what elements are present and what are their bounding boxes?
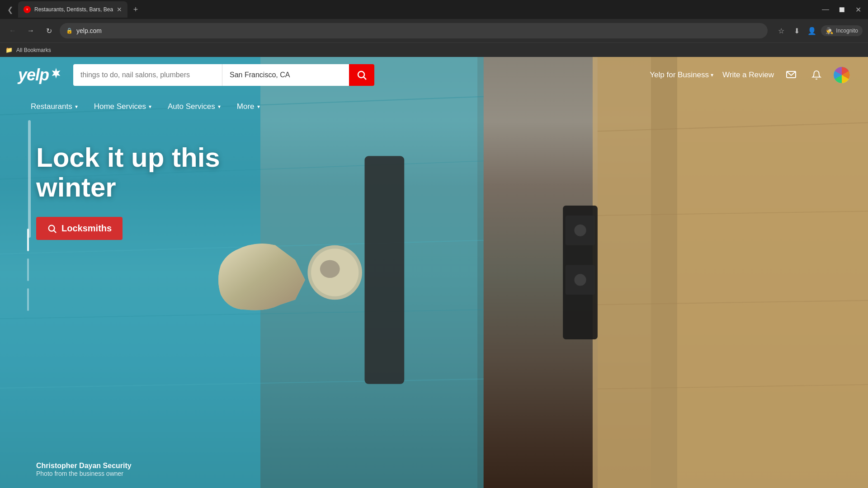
close-window-button[interactable]: ✕ [852,3,864,16]
avatar-button[interactable] [834,67,850,83]
yelp-burst-icon [50,67,62,80]
write-review-button[interactable]: Write a Review [722,70,774,80]
search-icon [356,70,367,80]
slide-dot-2[interactable] [27,258,29,281]
photo-credit: Christopher Dayan Security Photo from th… [36,462,132,477]
maximize-button[interactable]: ⬜ [835,3,848,16]
photo-credit-name: Christopher Dayan Security [36,462,132,470]
window-controls: — ⬜ ✕ [819,3,864,16]
yelp-site: yelp Yelp for Business ▾ Write a Review [0,57,868,488]
hero-title: Lock it up this winter [36,143,262,202]
bookmarks-folder-icon: 📁 [5,47,13,53]
bookmark-star-icon[interactable]: ☆ [775,24,788,37]
notifications-icon[interactable] [808,67,825,83]
svg-point-26 [49,225,55,231]
yelp-header: yelp Yelp for Business ▾ Write a Review [0,57,868,93]
tab-title: Restaurants, Dentists, Bars, Bea [34,6,113,13]
home-services-chevron-icon: ▾ [149,103,151,110]
auto-services-chevron-icon: ▾ [218,103,221,110]
forward-button[interactable]: → [24,23,38,38]
minimize-button[interactable]: — [819,3,832,16]
back-button[interactable]: ← [5,23,20,38]
svg-line-27 [54,230,56,233]
svg-line-24 [364,77,367,80]
avatar-image [834,67,850,83]
lock-icon: 🔒 [66,28,73,34]
slide-indicators [27,229,29,311]
yelp-logo[interactable]: yelp [18,66,62,84]
chevron-down-icon: ▾ [711,72,713,78]
svg-text:Y: Y [26,8,28,11]
yelp-nav: Restaurants ▾ Home Services ▾ Auto Servi… [0,93,868,120]
nav-auto-services[interactable]: Auto Services ▾ [160,93,229,120]
profile-icon[interactable]: 👤 [806,24,818,37]
search-location-input[interactable] [222,64,349,86]
nav-more[interactable]: More ▾ [229,93,268,120]
slide-dot-3[interactable] [27,288,29,311]
hero-accent-bar [28,120,31,238]
messages-icon[interactable] [783,67,799,83]
download-icon[interactable]: ⬇ [790,24,803,37]
locksmiths-search-icon [47,224,57,234]
incognito-label: Incognito [836,28,858,34]
browser-nav-bar: ← → ↻ 🔒 yelp.com ☆ ⬇ 👤 🕵 Incognito [0,19,868,42]
nav-restaurants[interactable]: Restaurants ▾ [23,93,86,120]
active-tab[interactable]: Y Restaurants, Dentists, Bars, Bea ✕ [18,1,127,18]
bookmarks-label[interactable]: All Bookmarks [16,47,51,53]
tab-close-button[interactable]: ✕ [117,6,122,13]
search-button[interactable] [349,64,374,86]
incognito-badge[interactable]: 🕵 Incognito [821,25,863,36]
svg-point-23 [358,71,364,78]
yelp-logo-text: yelp [18,66,49,84]
photo-credit-subtitle: Photo from the business owner [36,470,132,477]
bookmarks-bar: 📁 All Bookmarks [0,42,868,57]
reload-button[interactable]: ↻ [42,23,56,38]
url-text: yelp.com [76,27,761,34]
incognito-icon: 🕵 [826,27,833,34]
header-right: Yelp for Business ▾ Write a Review [650,67,850,83]
browser-tab-bar: ❮ Y Restaurants, Dentists, Bars, Bea ✕ +… [0,0,868,19]
search-find-input[interactable] [73,64,222,86]
tab-list-chevron[interactable]: ❮ [4,3,16,16]
new-tab-button[interactable]: + [129,3,142,16]
search-form [73,64,374,86]
yelp-for-business-button[interactable]: Yelp for Business ▾ [650,70,713,80]
nav-right-icons: ☆ ⬇ 👤 🕵 Incognito [775,24,863,37]
tab-favicon: Y [24,6,31,13]
locksmiths-button[interactable]: Locksmiths [36,217,123,240]
more-chevron-icon: ▾ [257,103,260,110]
address-bar[interactable]: 🔒 yelp.com [60,23,768,38]
restaurants-chevron-icon: ▾ [75,103,78,110]
nav-home-services[interactable]: Home Services ▾ [86,93,160,120]
